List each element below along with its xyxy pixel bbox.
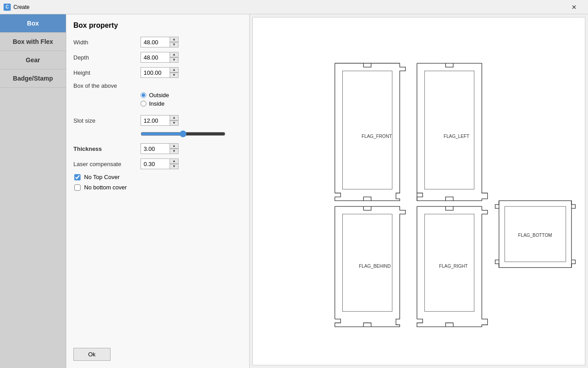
- thickness-input-wrapper: ▲ ▼: [141, 143, 179, 154]
- flag-right-label: FLAG_RIGHT: [439, 264, 468, 269]
- outside-radio[interactable]: [141, 92, 146, 98]
- flag-front-panel: FLAG_FRONT: [335, 63, 405, 201]
- laser-compensate-spin-up[interactable]: ▲: [170, 158, 179, 164]
- slot-size-row: Slot size ▲ ▼: [73, 115, 242, 126]
- thickness-row: Thickness ▲ ▼: [73, 143, 242, 154]
- main-content: Box Box with Flex Gear Badge/Stamp Box p…: [0, 14, 588, 368]
- no-top-cover-label: No Top Cover: [84, 174, 119, 180]
- slot-size-spin-down[interactable]: ▼: [170, 120, 179, 126]
- thickness-spin-up[interactable]: ▲: [170, 143, 179, 149]
- laser-compensate-label: Laser compensate: [73, 161, 141, 167]
- thickness-spin-buttons: ▲ ▼: [170, 143, 179, 154]
- flag-bottom-panel: FLAG_BOTTOM: [495, 201, 575, 267]
- outside-radio-row: Outside: [141, 92, 242, 98]
- ok-button[interactable]: Ok: [73, 348, 111, 361]
- height-row: Height ▲ ▼: [73, 67, 242, 78]
- slot-size-label: Slot size: [73, 117, 141, 124]
- sidebar-item-badge-stamp[interactable]: Badge/Stamp: [0, 69, 66, 88]
- width-spin-down[interactable]: ▼: [170, 42, 179, 47]
- slot-size-input-wrapper: ▲ ▼: [141, 115, 179, 126]
- close-button[interactable]: ✕: [564, 0, 584, 14]
- no-top-cover-row: No Top Cover: [74, 174, 242, 180]
- no-bottom-cover-checkbox[interactable]: [74, 184, 81, 191]
- depth-spin-down[interactable]: ▼: [170, 57, 179, 63]
- box-of-label: Box of the above: [73, 82, 242, 89]
- depth-spin-up[interactable]: ▲: [170, 52, 179, 57]
- flag-front-label: FLAG_FRONT: [362, 134, 392, 139]
- no-bottom-cover-row: No bottom cover: [74, 184, 242, 191]
- title-bar: C Create ✕: [0, 0, 588, 14]
- thickness-label: Thickness: [73, 145, 141, 152]
- depth-spin-buttons: ▲ ▼: [170, 52, 179, 63]
- height-label: Height: [73, 69, 141, 76]
- flag-behind-panel: FLAG_BEHIND: [335, 206, 405, 327]
- depth-input-wrapper: ▲ ▼: [141, 52, 179, 63]
- app-icon: C: [4, 4, 11, 11]
- slot-size-slider[interactable]: [141, 130, 226, 137]
- slot-size-spin-buttons: ▲ ▼: [170, 115, 179, 126]
- width-row: Width ▲ ▼: [73, 37, 242, 47]
- svg-rect-0: [342, 71, 392, 189]
- depth-row: Depth ▲ ▼: [73, 52, 242, 63]
- no-bottom-cover-label: No bottom cover: [84, 184, 127, 191]
- height-spin-up[interactable]: ▲: [170, 67, 179, 73]
- height-spin-buttons: ▲ ▼: [170, 67, 179, 78]
- canvas-area: FLAG_FRONT FLAG_LEFT: [252, 17, 585, 365]
- flag-bottom-label: FLAG_BOTTOM: [518, 233, 552, 238]
- radio-group: Outside Inside: [141, 92, 242, 109]
- height-spin-down[interactable]: ▼: [170, 73, 179, 78]
- svg-rect-1: [425, 71, 474, 189]
- thickness-spin-down[interactable]: ▼: [170, 149, 179, 154]
- width-spin-up[interactable]: ▲: [170, 37, 179, 42]
- width-spin-buttons: ▲ ▼: [170, 37, 179, 47]
- inside-radio-row: Inside: [141, 100, 242, 107]
- inside-label: Inside: [149, 100, 165, 107]
- outside-label: Outside: [149, 92, 169, 98]
- slot-size-slider-row: [141, 130, 242, 139]
- no-top-cover-checkbox[interactable]: [74, 174, 81, 180]
- sidebar-item-box-with-flex[interactable]: Box with Flex: [0, 33, 66, 51]
- depth-label: Depth: [73, 54, 141, 61]
- sidebar: Box Box with Flex Gear Badge/Stamp: [0, 14, 66, 368]
- width-label: Width: [73, 39, 141, 46]
- flag-left-label: FLAG_LEFT: [443, 134, 469, 139]
- ok-button-area: Ok: [73, 339, 242, 361]
- laser-compensate-row: Laser compensate ▲ ▼: [73, 158, 242, 169]
- properties-panel: Box property Width ▲ ▼ Depth ▲ ▼: [66, 14, 250, 368]
- laser-compensate-spin-down[interactable]: ▼: [170, 164, 179, 169]
- laser-compensate-spin-buttons: ▲ ▼: [170, 158, 179, 169]
- laser-compensate-input-wrapper: ▲ ▼: [141, 158, 179, 169]
- slot-size-spin-up[interactable]: ▲: [170, 115, 179, 120]
- panel-title: Box property: [73, 21, 242, 30]
- svg-rect-2: [342, 214, 392, 311]
- sidebar-item-box[interactable]: Box: [0, 14, 66, 33]
- box-of-text: Box of the above: [73, 82, 117, 89]
- canvas-svg: FLAG_FRONT FLAG_LEFT: [253, 17, 585, 365]
- svg-rect-3: [425, 214, 474, 311]
- sidebar-item-gear[interactable]: Gear: [0, 51, 66, 69]
- flag-right-panel: FLAG_RIGHT: [417, 206, 488, 327]
- title-bar-text: Create: [13, 4, 564, 10]
- flag-behind-label: FLAG_BEHIND: [359, 264, 391, 269]
- flag-left-panel: FLAG_LEFT: [417, 63, 488, 201]
- width-input-wrapper: ▲ ▼: [141, 37, 179, 47]
- height-input-wrapper: ▲ ▼: [141, 67, 179, 78]
- inside-radio[interactable]: [141, 101, 146, 107]
